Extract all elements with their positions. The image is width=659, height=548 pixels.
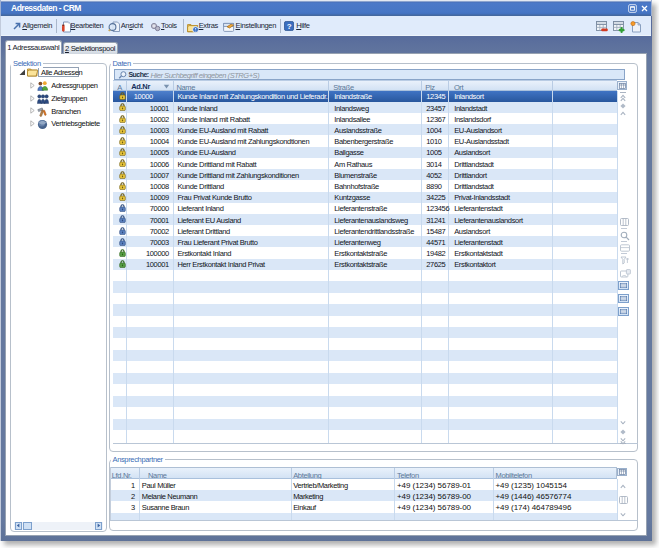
svg-text:?: ?: [287, 22, 292, 31]
